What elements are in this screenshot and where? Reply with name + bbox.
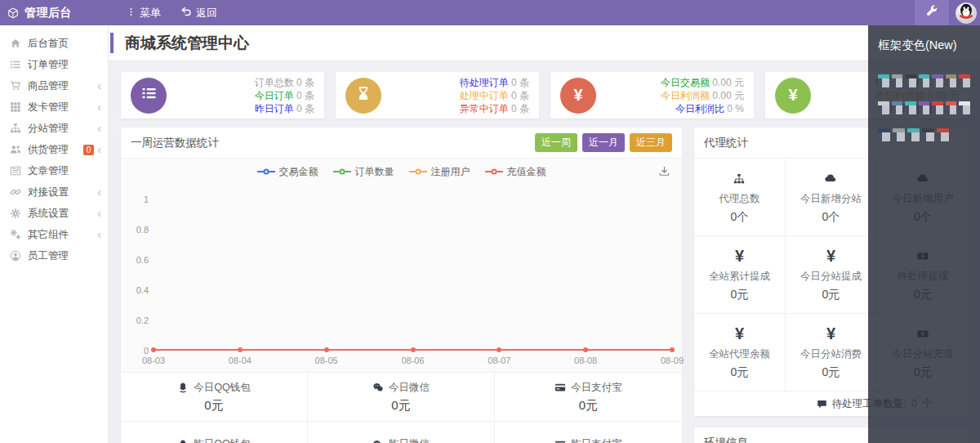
payment-value: 0元 <box>579 398 598 414</box>
theme-swatch[interactable] <box>878 74 889 87</box>
sidebar-item-label: 后台首页 <box>28 37 101 51</box>
theme-swatch[interactable] <box>919 74 930 87</box>
theme-settings-button[interactable] <box>915 0 949 25</box>
agent-stat-cell: ¥全站累计提成0元 <box>694 236 786 314</box>
payment-stat-cell: 今日微信0元 <box>308 372 495 421</box>
stat-row: 今日利润额 0.00 元 <box>661 89 744 102</box>
sidebar-item-7[interactable]: 文章管理 <box>0 160 108 181</box>
topbar: 管理后台 菜单 返回 <box>0 0 980 25</box>
stat-card-3: ¥今日交易额 0.00 元今日利润额 0.00 元今日利润比 0 % <box>550 72 754 119</box>
theme-swatch[interactable] <box>907 128 920 141</box>
data-point <box>324 347 329 352</box>
yen-icon: ¥ <box>826 248 835 266</box>
theme-swatch[interactable] <box>892 101 903 114</box>
weekly-stats-panel: 一周运营数据统计 近一周近一月近三月 交易金额订单数量注册用户充值金额 00.2… <box>121 128 682 443</box>
x-axis-tick: 08-07 <box>488 356 510 365</box>
gear-icon <box>10 208 21 219</box>
chevron-left-icon: ‹ <box>97 80 101 92</box>
download-icon[interactable] <box>658 165 670 181</box>
app-logo[interactable]: 管理后台 <box>0 6 109 20</box>
theme-swatch[interactable] <box>905 74 916 87</box>
x-axis-tick: 08-06 <box>401 356 424 365</box>
yen-circle-icon: ¥ <box>775 78 811 114</box>
agent-panel-title: 代理统计 <box>704 136 748 150</box>
legend-marker-icon <box>409 171 427 172</box>
agent-stat-label: 今日分站提成 <box>800 270 862 284</box>
sidebar-item-2[interactable]: 订单管理 <box>0 54 108 75</box>
chart-panel-title: 一周运营数据统计 <box>131 136 219 150</box>
numbered-list-circle-icon <box>131 78 167 114</box>
plot: 00.20.40.60.8108-0308-0408-0508-0608-070… <box>154 199 672 351</box>
theme-swatch[interactable] <box>959 101 970 114</box>
theme-swatch[interactable] <box>919 101 930 114</box>
link-icon <box>10 186 21 198</box>
y-axis-tick: 1 <box>144 195 149 204</box>
theme-swatch[interactable] <box>932 74 943 87</box>
back-button[interactable]: 返回 <box>172 0 225 25</box>
cloud-icon <box>822 170 839 188</box>
sidebar-item-8[interactable]: 对接设置‹ <box>0 181 108 203</box>
menu-toggle-button[interactable]: 菜单 <box>118 0 169 25</box>
stat-row: 今日交易额 0.00 元 <box>661 76 744 89</box>
stat-card-rows: 待处理订单 0 条处理中订单 0 条异常中订单 0 条 <box>460 76 529 115</box>
yen-circle-icon: ¥ <box>560 78 596 114</box>
payment-label: 今日微信 <box>372 381 430 395</box>
sidebar-item-1[interactable]: 后台首页 <box>0 33 108 54</box>
range-button-3[interactable]: 近三月 <box>630 133 672 152</box>
sidebar-item-5[interactable]: 分站管理‹ <box>0 118 108 139</box>
hourglass-circle-icon <box>345 78 381 114</box>
vertical-dots-icon <box>127 7 136 20</box>
agent-stat-label: 今日新增分站 <box>800 192 862 206</box>
agent-stat-cell: ¥今日分站提成0元 <box>786 236 877 314</box>
x-axis-tick: 08-03 <box>142 356 165 365</box>
legend-item[interactable]: 注册用户 <box>409 165 470 179</box>
theme-swatch[interactable] <box>878 101 889 114</box>
theme-swatch[interactable] <box>959 74 970 87</box>
legend-item[interactable]: 订单数量 <box>333 165 394 179</box>
theme-swatch[interactable] <box>946 101 957 114</box>
panels-row: 一周运营数据统计 近一周近一月近三月 交易金额订单数量注册用户充值金额 00.2… <box>121 128 969 443</box>
data-point <box>583 347 588 352</box>
agent-stat-value: 0个 <box>731 210 749 225</box>
agent-stat-cell: ¥今日分站消费0元 <box>786 314 877 392</box>
stat-cards-row: 订单总数 0 条今日订单 0 条昨日订单 0 条待处理订单 0 条处理中订单 0… <box>121 72 969 119</box>
x-axis-tick: 08-04 <box>229 356 252 365</box>
stat-card-rows: 今日交易额 0.00 元今日利润额 0.00 元今日利润比 0 % <box>661 76 744 115</box>
agent-stat-value: 0元 <box>822 365 840 380</box>
theme-swatch[interactable] <box>946 74 957 87</box>
range-button-2[interactable]: 近一月 <box>582 133 625 152</box>
swatch-row <box>878 74 970 87</box>
legend-label: 充值金额 <box>507 165 546 179</box>
cube-icon <box>7 7 19 19</box>
sidebar-item-label: 员工管理 <box>28 249 101 263</box>
card-icon <box>555 382 566 393</box>
chart-panel-header: 一周运营数据统计 近一周近一月近三月 <box>121 128 682 159</box>
user-icon <box>10 250 21 262</box>
hourglass-icon <box>356 86 371 105</box>
agent-stat-cell: 代理总数0个 <box>694 159 786 236</box>
range-button-1[interactable]: 近一周 <box>535 133 577 152</box>
payment-stat-cell: 昨日支付宝 <box>495 421 682 443</box>
theme-swatch[interactable] <box>892 74 903 87</box>
theme-swatch[interactable] <box>878 128 890 141</box>
legend-item[interactable]: 交易金额 <box>257 165 318 179</box>
legend-item[interactable]: 充值金额 <box>485 165 546 179</box>
theme-swatch[interactable] <box>937 128 949 141</box>
theme-overlay-title: 框架变色(New) <box>878 38 970 53</box>
sidebar-item-4[interactable]: 发卡管理‹ <box>0 96 108 118</box>
agent-stat-value: 0元 <box>822 288 840 302</box>
sidebar-item-10[interactable]: 其它组件‹ <box>0 224 108 245</box>
sidebar-item-6[interactable]: 供货管理0‹ <box>0 139 108 160</box>
sidebar-item-9[interactable]: 系统设置‹ <box>0 203 108 224</box>
page-header: 商城系统管理中心 <box>109 25 980 61</box>
y-axis-tick: 0.6 <box>136 255 149 265</box>
theme-swatch[interactable] <box>932 101 943 114</box>
sidebar-item-3[interactable]: 商品管理‹ <box>0 75 108 96</box>
theme-swatch[interactable] <box>905 101 916 114</box>
data-point <box>670 347 675 352</box>
theme-swatch[interactable] <box>893 128 905 141</box>
user-avatar[interactable] <box>956 2 977 24</box>
sidebar-item-11[interactable]: 员工管理 <box>0 245 108 266</box>
theme-swatch[interactable] <box>922 128 934 141</box>
stat-card-2: 待处理订单 0 条处理中订单 0 条异常中订单 0 条 <box>336 72 539 119</box>
